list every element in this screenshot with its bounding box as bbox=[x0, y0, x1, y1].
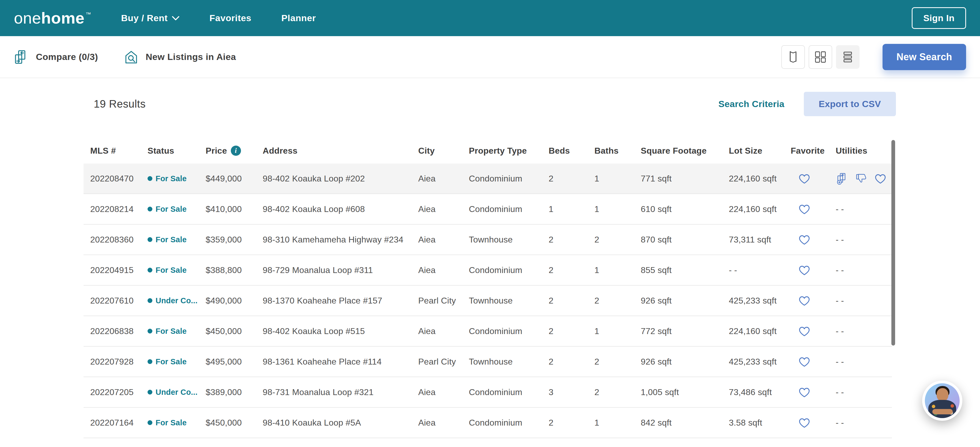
col-header-square-footage: Square Footage bbox=[641, 146, 729, 156]
brand-logo[interactable]: onehome™ bbox=[14, 9, 91, 27]
table-row[interactable]: 202207122 Under Co... $465,000 98-1477 K… bbox=[84, 438, 892, 447]
mls-cell: 202207610 bbox=[90, 296, 148, 306]
lot-cell: 224,160 sqft bbox=[729, 174, 791, 184]
status-dot-icon bbox=[148, 207, 152, 212]
lot-cell: 425,233 sqft bbox=[729, 357, 791, 367]
mls-cell: 202207928 bbox=[90, 357, 148, 367]
city-cell: Aiea bbox=[418, 265, 469, 275]
like-icon[interactable] bbox=[874, 173, 886, 184]
status-cell: For Sale bbox=[148, 357, 206, 366]
baths-cell: 2 bbox=[594, 296, 641, 306]
sqft-cell: 772 sqft bbox=[641, 326, 729, 336]
sqft-cell: 870 sqft bbox=[641, 235, 729, 245]
sqft-cell: 771 sqft bbox=[641, 174, 729, 184]
favorite-heart-icon[interactable] bbox=[798, 204, 810, 215]
favorite-heart-icon[interactable] bbox=[798, 326, 810, 337]
saved-search-button[interactable]: New Listings in Aiea bbox=[124, 49, 236, 65]
address-cell[interactable]: 98-410 Koauka Loop #5A bbox=[262, 418, 418, 428]
table-row[interactable]: 202206838 For Sale $450,000 98-402 Koauk… bbox=[84, 316, 892, 347]
beds-cell: 2 bbox=[549, 174, 594, 184]
table-row[interactable]: 202207610 Under Co... $490,000 98-1370 K… bbox=[84, 286, 892, 316]
grid-view-button[interactable] bbox=[809, 45, 832, 69]
favorite-heart-icon[interactable] bbox=[798, 387, 810, 398]
list-view-button[interactable] bbox=[836, 45, 859, 69]
property-type-cell: Condominium bbox=[469, 265, 549, 275]
price-cell: $388,800 bbox=[206, 265, 262, 275]
address-cell[interactable]: 98-731 Moanalua Loop #321 bbox=[262, 387, 418, 397]
table-row[interactable]: 202208470 For Sale $449,000 98-402 Koauk… bbox=[84, 164, 892, 194]
sign-in-button[interactable]: Sign In bbox=[912, 7, 966, 29]
address-cell[interactable]: 98-402 Koauka Loop #515 bbox=[262, 326, 418, 336]
status-dot-icon bbox=[148, 329, 152, 334]
address-cell[interactable]: 98-402 Koauka Loop #608 bbox=[262, 204, 418, 214]
property-type-cell: Townhouse bbox=[469, 357, 549, 367]
table-row[interactable]: 202207205 Under Co... $389,000 98-731 Mo… bbox=[84, 377, 892, 408]
price-info-icon[interactable]: i bbox=[231, 146, 241, 156]
table-rows: 202208470 For Sale $449,000 98-402 Koauk… bbox=[84, 164, 892, 447]
address-cell[interactable]: 98-729 Moanalua Loop #311 bbox=[262, 265, 418, 275]
favorite-heart-icon[interactable] bbox=[798, 295, 810, 306]
address-cell[interactable]: 98-1361 Koaheahe Place #114 bbox=[262, 357, 418, 367]
favorite-heart-icon[interactable] bbox=[798, 356, 810, 367]
compare-button[interactable]: Compare (0/3) bbox=[14, 49, 98, 65]
price-cell: $450,000 bbox=[206, 418, 262, 428]
price-cell: $449,000 bbox=[206, 174, 262, 184]
city-cell: Aiea bbox=[418, 418, 469, 428]
address-cell[interactable]: 98-310 Kamehameha Highway #234 bbox=[262, 235, 418, 245]
favorite-heart-icon[interactable] bbox=[798, 234, 810, 245]
new-search-button[interactable]: New Search bbox=[883, 44, 966, 70]
search-criteria-link[interactable]: Search Criteria bbox=[718, 99, 784, 109]
beds-cell: 1 bbox=[549, 204, 594, 214]
mls-cell: 202208214 bbox=[90, 204, 148, 214]
scrollbar-thumb[interactable] bbox=[891, 140, 895, 345]
status-dot-icon bbox=[148, 298, 152, 303]
utilities-cell: - - bbox=[836, 296, 892, 306]
results-bar: 19 Results Search Criteria Export to CSV bbox=[94, 91, 896, 117]
beds-cell: 2 bbox=[549, 296, 594, 306]
nav-item-favorites[interactable]: Favorites bbox=[209, 13, 251, 23]
status-dot-icon bbox=[148, 390, 152, 395]
dislike-icon[interactable] bbox=[855, 172, 868, 185]
favorite-cell bbox=[791, 326, 836, 337]
status-label: For Sale bbox=[156, 266, 187, 275]
table-row[interactable]: 202207928 For Sale $495,000 98-1361 Koah… bbox=[84, 347, 892, 377]
col-header-beds: Beds bbox=[549, 146, 594, 156]
export-csv-button[interactable]: Export to CSV bbox=[804, 92, 896, 116]
baths-cell: 1 bbox=[594, 418, 641, 428]
beds-cell: 2 bbox=[549, 418, 594, 428]
nav-item-buy-rent[interactable]: Buy / Rent bbox=[121, 13, 180, 23]
property-type-cell: Condominium bbox=[469, 326, 549, 336]
address-cell[interactable]: 98-402 Koauka Loop #202 bbox=[262, 174, 418, 184]
sqft-cell: 610 sqft bbox=[641, 204, 729, 214]
status-cell: For Sale bbox=[148, 205, 206, 213]
nav-item-planner[interactable]: Planner bbox=[282, 13, 316, 23]
map-icon bbox=[786, 50, 800, 64]
table-row[interactable]: 202204915 For Sale $388,800 98-729 Moana… bbox=[84, 255, 892, 286]
favorite-heart-icon[interactable] bbox=[798, 417, 810, 428]
agent-avatar[interactable] bbox=[922, 381, 963, 421]
listings-table: MLS # Status Price i Address City Proper… bbox=[84, 138, 892, 447]
add-to-compare-icon[interactable] bbox=[836, 172, 848, 185]
price-cell: $495,000 bbox=[206, 357, 262, 367]
table-row[interactable]: 202208214 For Sale $410,000 98-402 Koauk… bbox=[84, 194, 892, 224]
favorite-heart-icon[interactable] bbox=[798, 264, 810, 276]
agent-photo bbox=[925, 383, 960, 418]
status-dot-icon bbox=[148, 420, 152, 425]
status-label: For Sale bbox=[156, 357, 187, 366]
utilities-cell bbox=[836, 172, 892, 185]
utilities-cell: - - bbox=[836, 387, 892, 397]
sqft-cell: 926 sqft bbox=[641, 296, 729, 306]
utilities-empty: - - bbox=[836, 418, 844, 428]
map-view-button[interactable] bbox=[781, 45, 805, 69]
beds-cell: 2 bbox=[549, 326, 594, 336]
status-cell: For Sale bbox=[148, 418, 206, 427]
status-label: For Sale bbox=[156, 205, 187, 213]
favorite-heart-icon[interactable] bbox=[798, 173, 810, 184]
table-row[interactable]: 202207164 For Sale $450,000 98-410 Koauk… bbox=[84, 408, 892, 438]
table-row[interactable]: 202208360 For Sale $359,000 98-310 Kameh… bbox=[84, 224, 892, 255]
utilities-cell: - - bbox=[836, 357, 892, 367]
address-cell[interactable]: 98-1370 Koaheahe Place #157 bbox=[262, 296, 418, 306]
list-icon bbox=[841, 50, 855, 64]
city-cell: Aiea bbox=[418, 326, 469, 336]
table-scrollbar[interactable] bbox=[891, 138, 895, 446]
